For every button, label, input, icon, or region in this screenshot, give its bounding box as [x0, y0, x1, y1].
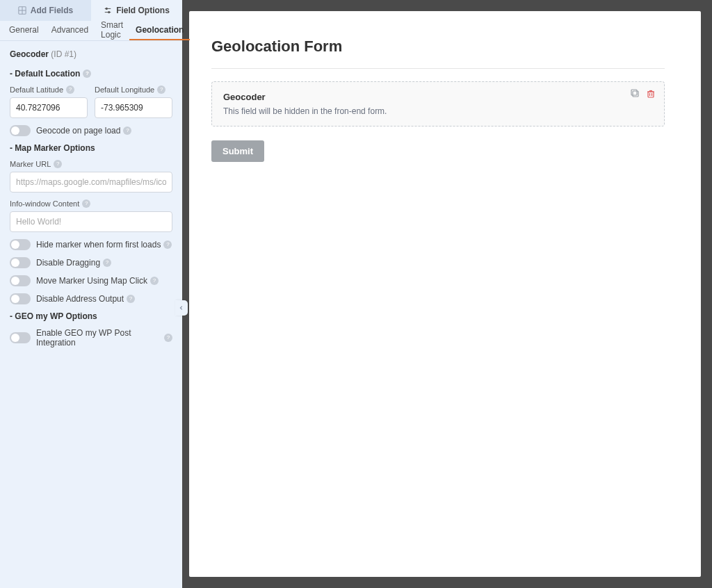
main-area: Geolocation Form Geocoder This field wil…: [182, 0, 712, 588]
marker-url-label-text: Marker URL: [10, 160, 51, 168]
toggle-move-marker-row: Move Marker Using Map Click ?: [10, 275, 172, 286]
tab-add-fields[interactable]: Add Fields: [0, 0, 91, 21]
tab-field-options-label: Field Options: [116, 6, 170, 15]
toggle-disable-dragging-label: Disable Dragging: [36, 258, 100, 268]
delete-icon[interactable]: [646, 89, 656, 99]
section-map-marker-label: - Map Marker Options: [10, 143, 95, 153]
info-window-label: Info-window Content ?: [10, 199, 172, 208]
tab-field-options[interactable]: Field Options: [91, 0, 182, 21]
help-icon[interactable]: ?: [164, 334, 172, 342]
duplicate-icon[interactable]: [631, 89, 640, 99]
field-box-description: This field will be hidden in the fron-en…: [223, 106, 653, 116]
svg-point-6: [108, 11, 110, 13]
help-icon[interactable]: ?: [66, 85, 74, 94]
toggle-enable-geo-my-wp[interactable]: [10, 332, 31, 343]
help-icon[interactable]: ?: [54, 160, 62, 168]
app-container: Add Fields Field Options General Advance…: [0, 0, 712, 588]
toggle-disable-address[interactable]: [10, 293, 31, 304]
sidebar-content: Geocoder (ID #1) - Default Location ? De…: [0, 41, 182, 363]
toggle-hide-marker-label: Hide marker when form first loads: [36, 240, 161, 250]
help-icon[interactable]: ?: [127, 295, 135, 303]
field-name: Geocoder: [10, 49, 49, 59]
help-icon[interactable]: ?: [82, 199, 90, 208]
field-box-title: Geocoder: [223, 92, 653, 102]
latlng-row: Default Latitude ? Default Longitude ?: [10, 85, 172, 118]
default-latitude-label: Default Latitude ?: [10, 85, 88, 94]
default-latitude-input[interactable]: [10, 97, 88, 118]
default-longitude-label: Default Longitude ?: [95, 85, 172, 94]
toggle-hide-marker-row: Hide marker when form first loads ?: [10, 239, 172, 250]
toggle-disable-dragging-row: Disable Dragging ?: [10, 257, 172, 268]
help-icon[interactable]: ?: [150, 277, 159, 285]
section-map-marker: - Map Marker Options: [10, 143, 172, 153]
toggle-disable-dragging[interactable]: [10, 257, 31, 268]
toggle-move-marker-label: Move Marker Using Map Click: [36, 276, 147, 286]
sub-tab-smart-logic[interactable]: Smart Logic: [95, 21, 129, 40]
default-latitude-label-text: Default Latitude: [10, 85, 63, 94]
submit-button[interactable]: Submit: [211, 140, 264, 162]
toggle-geocode-on-load-row: Geocode on page load ?: [10, 125, 172, 136]
svg-rect-8: [631, 90, 637, 95]
sub-tab-geolocation[interactable]: Geolocation: [129, 21, 190, 40]
svg-rect-7: [633, 91, 638, 97]
field-header: Geocoder (ID #1): [10, 49, 172, 59]
section-default-location: - Default Location ?: [10, 69, 172, 79]
title-divider: [211, 68, 665, 69]
toggle-disable-address-row: Disable Address Output ?: [10, 293, 172, 304]
section-geo-my-wp: - GEO my WP Options: [10, 311, 172, 321]
grid-icon: [18, 6, 26, 15]
default-longitude-label-text: Default Longitude: [95, 85, 154, 94]
help-icon[interactable]: ?: [103, 259, 111, 267]
toggle-move-marker[interactable]: [10, 275, 31, 286]
svg-rect-9: [648, 92, 654, 97]
preview-panel: Geolocation Form Geocoder This field wil…: [189, 11, 701, 577]
section-geo-my-wp-label: - GEO my WP Options: [10, 311, 97, 321]
toggle-disable-address-label: Disable Address Output: [36, 294, 124, 304]
toggle-geocode-on-load-label: Geocode on page load: [36, 126, 120, 136]
info-window-input[interactable]: [10, 211, 172, 232]
svg-point-4: [106, 8, 107, 9]
sliders-icon: [104, 6, 112, 15]
help-icon[interactable]: ?: [157, 85, 165, 94]
top-tabs: Add Fields Field Options: [0, 0, 182, 21]
toggle-enable-geo-my-wp-label: Enable GEO my WP Post Integration: [36, 328, 161, 348]
help-icon[interactable]: ?: [123, 126, 131, 135]
toggle-enable-geo-my-wp-row: Enable GEO my WP Post Integration ?: [10, 328, 172, 348]
form-title: Geolocation Form: [211, 38, 665, 56]
field-id: (ID #1): [51, 49, 76, 59]
default-longitude-input[interactable]: [95, 97, 172, 118]
help-icon[interactable]: ?: [83, 70, 91, 78]
marker-url-label: Marker URL ?: [10, 160, 172, 168]
sidebar: Add Fields Field Options General Advance…: [0, 0, 182, 588]
sub-tabs: General Advanced Smart Logic Geolocation: [0, 21, 182, 41]
field-box-actions: [631, 89, 656, 99]
info-window-label-text: Info-window Content: [10, 199, 79, 208]
collapse-sidebar-button[interactable]: [175, 300, 188, 316]
marker-url-input[interactable]: [10, 172, 172, 193]
help-icon[interactable]: ?: [163, 240, 172, 249]
geocoder-field-box[interactable]: Geocoder This field will be hidden in th…: [211, 81, 665, 126]
section-default-location-label: - Default Location: [10, 69, 80, 79]
toggle-hide-marker[interactable]: [10, 239, 31, 250]
toggle-geocode-on-load[interactable]: [10, 125, 31, 136]
tab-add-fields-label: Add Fields: [31, 6, 73, 15]
sub-tab-advanced[interactable]: Advanced: [45, 21, 95, 40]
sub-tab-general[interactable]: General: [3, 21, 45, 40]
